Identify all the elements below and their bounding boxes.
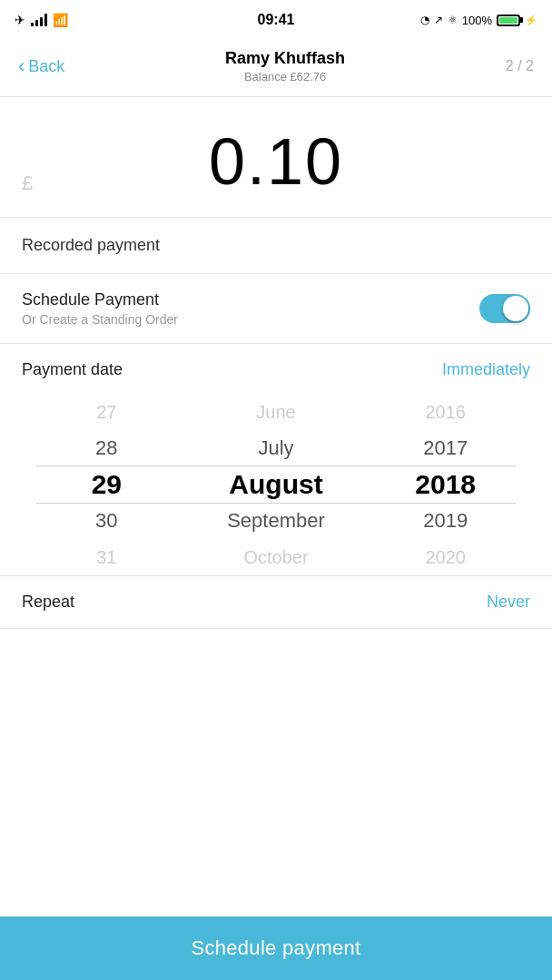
year-row-2017: 2017 — [360, 430, 530, 466]
schedule-toggle[interactable] — [479, 294, 530, 323]
repeat-value[interactable]: Never — [487, 593, 530, 612]
back-label: Back — [28, 57, 64, 76]
location-icon: ◔ — [420, 14, 429, 26]
repeat-label: Repeat — [22, 593, 74, 612]
day-row-30: 30 — [22, 503, 192, 539]
status-bar-right: ◔ ↗ ⚛ 100% ⚡ — [420, 14, 537, 27]
back-chevron-icon: ‹ — [18, 56, 25, 76]
status-bar-left: ✈ 📶 — [15, 13, 68, 27]
month-row-october: October — [192, 539, 361, 575]
months-column[interactable]: June July August September October — [192, 394, 361, 575]
date-picker[interactable]: 27 28 29 30 31 June July August Septembe… — [22, 394, 530, 575]
bottom-spacer — [0, 629, 552, 701]
month-row-august: August — [192, 466, 361, 503]
charging-icon: ⚡ — [525, 15, 537, 26]
battery-percent: 100% — [462, 14, 492, 27]
day-row-27: 27 — [22, 394, 192, 430]
year-row-2018: 2018 — [360, 466, 530, 503]
day-row-31: 31 — [22, 539, 192, 575]
back-button[interactable]: ‹ Back — [18, 56, 64, 76]
signal-icon — [31, 14, 47, 26]
arrow-icon: ↗ — [434, 14, 443, 26]
year-row-2020: 2020 — [360, 539, 530, 575]
day-row-29: 29 — [22, 466, 192, 503]
status-bar-time: 09:41 — [258, 12, 295, 28]
years-column[interactable]: 2016 2017 2018 2019 2020 — [360, 394, 530, 575]
schedule-title: Schedule Payment — [22, 290, 178, 309]
schedule-payment-button[interactable]: Schedule payment — [0, 916, 552, 980]
schedule-text: Schedule Payment Or Create a Standing Or… — [22, 290, 178, 327]
bluetooth-icon: ⚛ — [448, 14, 458, 26]
battery-icon — [497, 15, 520, 26]
header-subtitle: Balance £62.76 — [225, 70, 345, 83]
main-content: 0.10 £ Recorded payment Schedule Payment… — [0, 97, 552, 701]
schedule-section: Schedule Payment Or Create a Standing Or… — [0, 274, 552, 344]
header-center: Ramy Khuffash Balance £62.76 — [225, 49, 345, 83]
toggle-knob — [503, 296, 528, 321]
amount-section: 0.10 £ — [0, 97, 552, 218]
month-row-september: September — [192, 503, 361, 539]
header-title: Ramy Khuffash — [225, 49, 345, 68]
month-row-june: June — [192, 394, 361, 430]
days-column[interactable]: 27 28 29 30 31 — [22, 394, 192, 575]
year-row-2016: 2016 — [360, 394, 530, 430]
payment-date-section: Payment date Immediately 27 28 29 30 31 … — [0, 344, 552, 576]
payment-date-label: Payment date — [22, 360, 123, 379]
month-row-july: July — [192, 430, 361, 466]
schedule-subtitle: Or Create a Standing Order — [22, 312, 178, 327]
repeat-section: Repeat Never — [0, 576, 552, 629]
payment-date-header: Payment date Immediately — [22, 360, 530, 379]
status-bar: ✈ 📶 09:41 ◔ ↗ ⚛ 100% ⚡ — [0, 0, 552, 40]
picker-columns: 27 28 29 30 31 June July August Septembe… — [22, 394, 530, 575]
pagination: 2 / 2 — [506, 58, 534, 74]
airplane-icon: ✈ — [15, 13, 25, 27]
payment-date-value[interactable]: Immediately — [442, 360, 530, 379]
year-row-2019: 2019 — [360, 503, 530, 539]
wifi-icon: 📶 — [53, 13, 68, 27]
currency-symbol: £ — [22, 172, 33, 195]
recorded-payment-section: Recorded payment — [0, 218, 552, 274]
day-row-28: 28 — [22, 430, 192, 466]
recorded-payment-label: Recorded payment — [22, 236, 160, 254]
header: ‹ Back Ramy Khuffash Balance £62.76 2 / … — [0, 40, 552, 97]
schedule-btn-wrapper: Schedule payment — [0, 916, 552, 980]
amount-value: 0.10 — [22, 124, 530, 199]
